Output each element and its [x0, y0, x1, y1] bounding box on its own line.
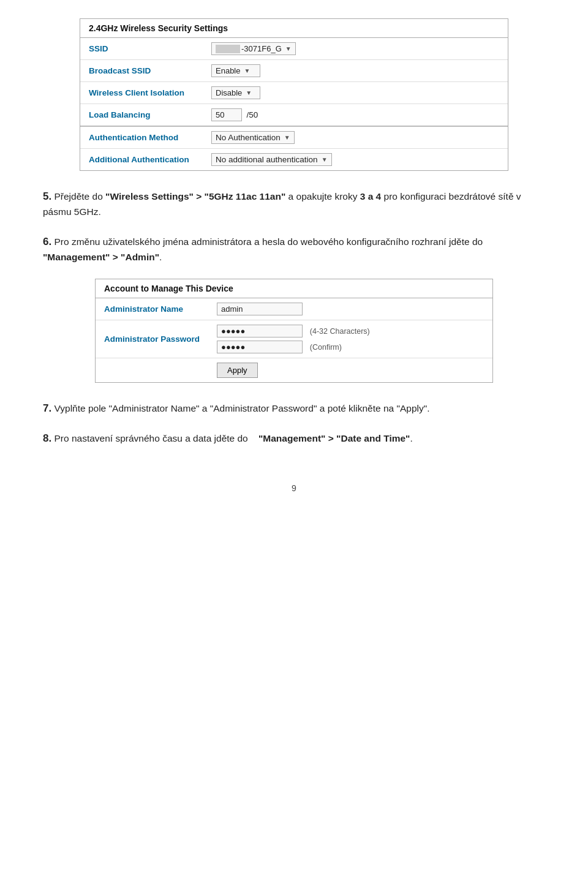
admin-panel: Account to Manage This Device Administra…: [95, 279, 493, 383]
step7-block: 7. Vyplňte pole "Administrator Name" a "…: [43, 400, 545, 417]
admin-apply-spacer: [96, 358, 208, 382]
wireless-settings-table: SSID -3071F6_G ▼ Broadcast SSID Enable ▼: [80, 38, 508, 170]
ssid-label: SSID: [80, 38, 203, 60]
broadcast-ssid-arrow: ▼: [244, 67, 250, 74]
auth-method-value: No Authentication ▼: [203, 126, 508, 149]
load-balancing-row: Load Balancing 50 /50: [80, 104, 508, 127]
admin-name-row: Administrator Name admin: [96, 298, 492, 320]
broadcast-ssid-row: Broadcast SSID Enable ▼: [80, 60, 508, 82]
apply-button[interactable]: Apply: [217, 363, 258, 378]
step6-bold1: "Management" > "Admin": [43, 252, 159, 262]
step5-text-before: Přejděte do: [55, 191, 106, 202]
additional-auth-value: No additional authentication ▼: [203, 149, 508, 171]
additional-auth-arrow: ▼: [322, 156, 328, 163]
ssid-select[interactable]: -3071F6_G ▼: [211, 42, 296, 55]
load-balancing-value: 50 /50: [203, 104, 508, 127]
step5-bold2: 3 a 4: [360, 191, 381, 202]
admin-apply-cell: Apply: [208, 358, 492, 382]
admin-apply-row: Apply: [96, 358, 492, 382]
client-isolation-value: Disable ▼: [203, 82, 508, 104]
broadcast-ssid-text: Enable: [216, 66, 240, 75]
broadcast-ssid-label: Broadcast SSID: [80, 60, 203, 82]
admin-password-input[interactable]: ●●●●●: [217, 325, 303, 337]
step7-number: 7.: [43, 402, 51, 414]
admin-name-value: admin: [208, 298, 492, 320]
admin-confirm-input[interactable]: ●●●●●: [217, 341, 303, 353]
additional-auth-text: No additional authentication: [216, 155, 318, 164]
step5-number: 5.: [43, 190, 51, 202]
step5-bold1: "Wireless Settings" > "5GHz 11ac 11an": [105, 191, 285, 202]
admin-table: Administrator Name admin Administrator P…: [96, 298, 492, 382]
load-balancing-suffix: /50: [244, 110, 258, 119]
admin-name-label: Administrator Name: [96, 298, 208, 320]
admin-password-note: (4-32 Characters): [310, 327, 370, 336]
admin-panel-title: Account to Manage This Device: [96, 279, 492, 298]
client-isolation-label: Wireless Client Isolation: [80, 82, 203, 104]
step8-text-before: Pro nastavení správného času a data jdět…: [55, 433, 258, 443]
auth-method-text: No Authentication: [216, 133, 281, 142]
step6-text-after: .: [159, 252, 162, 262]
broadcast-ssid-select[interactable]: Enable ▼: [211, 64, 260, 77]
step6-text-before: Pro změnu uživatelského jména administrá…: [55, 236, 483, 247]
step6-block: 6. Pro změnu uživatelského jména adminis…: [43, 233, 545, 265]
ssid-prefix-block: [216, 45, 240, 53]
wireless-settings-panel-title: 2.4GHz Wireless Security Settings: [80, 19, 508, 38]
wireless-security-settings-panel: 2.4GHz Wireless Security Settings SSID -…: [80, 18, 508, 171]
auth-method-row: Authentication Method No Authentication …: [80, 126, 508, 149]
broadcast-ssid-value: Enable ▼: [203, 60, 508, 82]
page-number: 9: [292, 483, 296, 493]
admin-password-value: ●●●●● (4-32 Characters) ●●●●● (Confirm): [208, 320, 492, 358]
additional-auth-label: Additional Authentication: [80, 149, 203, 171]
admin-confirm-note: (Confirm): [310, 343, 342, 352]
step8-block: 8. Pro nastavení správného času a data j…: [43, 430, 545, 447]
ssid-text: -3071F6_G: [241, 44, 282, 53]
step7-text: Vyplňte pole "Administrator Name" a "Adm…: [55, 403, 430, 413]
client-isolation-row: Wireless Client Isolation Disable ▼: [80, 82, 508, 104]
load-balancing-input[interactable]: 50: [211, 108, 242, 121]
admin-password-label: Administrator Password: [96, 320, 208, 358]
additional-auth-select[interactable]: No additional authentication ▼: [211, 153, 332, 166]
step5-block: 5. Přejděte do "Wireless Settings" > "5G…: [43, 188, 545, 220]
step5-text-mid: a opakujte kroky: [285, 191, 360, 202]
admin-password-row: Administrator Password ●●●●● (4-32 Chara…: [96, 320, 492, 358]
auth-method-select[interactable]: No Authentication ▼: [211, 131, 295, 144]
admin-name-input[interactable]: admin: [217, 303, 303, 315]
additional-auth-row: Additional Authentication No additional …: [80, 149, 508, 171]
page-footer: 9: [37, 483, 551, 493]
auth-method-arrow: ▼: [284, 134, 290, 141]
step8-number: 8.: [43, 432, 51, 444]
step6-number: 6.: [43, 236, 51, 247]
step8-bold1: "Management" > "Date and Time": [258, 433, 410, 443]
client-isolation-arrow: ▼: [246, 89, 252, 96]
ssid-value: -3071F6_G ▼: [203, 38, 508, 60]
client-isolation-select[interactable]: Disable ▼: [211, 86, 260, 99]
load-balancing-label: Load Balancing: [80, 104, 203, 127]
auth-method-label: Authentication Method: [80, 126, 203, 149]
client-isolation-text: Disable: [216, 88, 242, 97]
ssid-dropdown-arrow: ▼: [285, 45, 292, 52]
step8-text-after: .: [410, 433, 412, 443]
ssid-row: SSID -3071F6_G ▼: [80, 38, 508, 60]
